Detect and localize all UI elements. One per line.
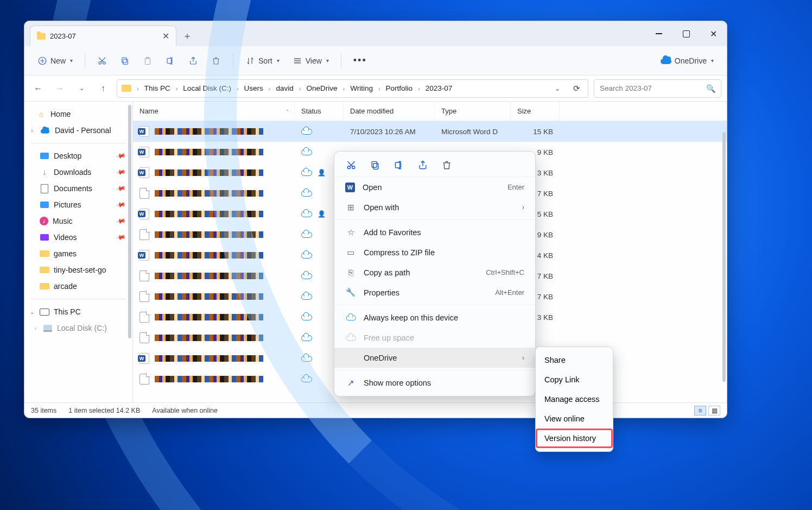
- tab-close-icon[interactable]: ✕: [162, 31, 169, 41]
- menu-add-favorites[interactable]: ☆Add to Favorites: [334, 222, 535, 242]
- copy-button[interactable]: [115, 51, 135, 71]
- chevron-right-icon: ›: [522, 204, 524, 211]
- redacted-filename: [155, 211, 263, 217]
- thumbnails-view-button[interactable]: ▦: [708, 406, 720, 415]
- menu-onedrive[interactable]: OneDrive›: [334, 348, 535, 368]
- table-row[interactable]: 7/10/2023 10:26 AM Microsoft Word D 15 K…: [133, 121, 727, 142]
- sidebar-item-pictures[interactable]: Pictures📌: [24, 197, 132, 213]
- sidebar-this-pc[interactable]: ⌄This PC: [24, 304, 132, 320]
- submenu-view-online[interactable]: View online: [536, 409, 613, 429]
- close-button[interactable]: ✕: [700, 21, 727, 46]
- crumb[interactable]: Local Disk (C:): [181, 82, 233, 95]
- menu-keep-on-device[interactable]: Always keep on this device: [334, 307, 535, 328]
- sidebar-onedrive-personal[interactable]: ›David - Personal: [24, 122, 132, 138]
- minimize-button[interactable]: [645, 21, 673, 46]
- svg-rect-4: [122, 58, 126, 63]
- sidebar-item-folder[interactable]: arcade: [24, 278, 132, 294]
- more-button[interactable]: •••: [348, 51, 372, 71]
- view-icon: [293, 56, 302, 66]
- cloud-keep-icon: [345, 314, 356, 321]
- col-date[interactable]: Date modified: [344, 102, 435, 121]
- context-menu: WOpenEnter ⊞Open with› ☆Add to Favorites…: [334, 151, 536, 396]
- crumb[interactable]: david: [274, 82, 295, 95]
- sidebar-item-disk[interactable]: ›Local Disk (C:): [24, 320, 132, 336]
- cut-button[interactable]: [92, 51, 112, 71]
- col-name[interactable]: Name˄: [133, 102, 295, 121]
- recent-dropdown[interactable]: ⌄: [73, 80, 90, 97]
- cloud-icon: [41, 128, 49, 133]
- scissors-icon: [97, 56, 107, 66]
- rename-button[interactable]: [160, 51, 181, 71]
- col-status[interactable]: Status: [295, 102, 344, 121]
- onedrive-button[interactable]: OneDrive▾: [655, 51, 719, 71]
- menu-copy-path[interactable]: ⎘Copy as pathCtrl+Shift+C: [334, 262, 535, 282]
- refresh-button[interactable]: ⟳: [573, 84, 580, 93]
- chevron-right-icon[interactable]: ›: [32, 325, 39, 331]
- chevron-right-icon[interactable]: ›: [29, 128, 35, 134]
- menu-open-with[interactable]: ⊞Open with›: [334, 197, 535, 217]
- sidebar-item-folder[interactable]: games: [24, 245, 132, 262]
- details-view-button[interactable]: ≡: [694, 406, 706, 415]
- wrench-icon: 🔧: [345, 288, 356, 297]
- view-button[interactable]: View▾: [287, 51, 334, 71]
- new-tab-button[interactable]: ＋: [176, 26, 198, 46]
- up-button[interactable]: ↑: [95, 80, 111, 97]
- search-input[interactable]: Search 2023-07 🔍: [594, 79, 721, 98]
- crumb[interactable]: Portfolio: [384, 82, 415, 95]
- submenu-share[interactable]: Share: [536, 350, 613, 370]
- share-button[interactable]: [183, 51, 204, 71]
- menu-open[interactable]: WOpenEnter: [334, 177, 535, 197]
- col-size[interactable]: Size: [511, 102, 560, 121]
- col-type[interactable]: Type: [435, 102, 511, 121]
- pc-icon: [40, 307, 49, 316]
- redacted-filename: [155, 169, 263, 176]
- zip-icon: ▭: [345, 248, 356, 257]
- cut-icon[interactable]: [345, 159, 357, 171]
- selection-info: 1 item selected 14.2 KB: [68, 407, 140, 414]
- sidebar-item-desktop[interactable]: Desktop📌: [24, 148, 132, 164]
- copy-icon[interactable]: [369, 159, 381, 171]
- maximize-button[interactable]: [673, 21, 700, 46]
- word-file-icon: [139, 209, 149, 219]
- search-placeholder: Search 2023-07: [600, 84, 652, 92]
- submenu-copy-link[interactable]: Copy Link: [536, 370, 613, 389]
- chevron-down-icon[interactable]: ⌄: [29, 309, 35, 315]
- new-button[interactable]: New▾: [32, 51, 78, 71]
- back-button[interactable]: ←: [30, 80, 46, 97]
- forward-button[interactable]: →: [52, 80, 68, 97]
- menu-compress-zip[interactable]: ▭Compress to ZIP file: [334, 242, 535, 262]
- item-count: 35 items: [31, 407, 56, 414]
- clipboard-icon: [143, 56, 153, 66]
- crumb[interactable]: Users: [242, 82, 265, 95]
- delete-button[interactable]: [206, 51, 226, 71]
- sort-button[interactable]: Sort▾: [240, 51, 285, 71]
- share-icon[interactable]: [417, 159, 429, 171]
- plus-circle-icon: [37, 56, 47, 66]
- submenu-manage-access[interactable]: Manage access: [536, 389, 613, 409]
- breadcrumb[interactable]: › This PC› Local Disk (C:)› Users› david…: [117, 79, 588, 98]
- redacted-filename: [155, 273, 263, 279]
- sidebar-item-music[interactable]: ♪Music📌: [24, 213, 132, 229]
- crumb[interactable]: This PC: [142, 82, 173, 95]
- sidebar-item-videos[interactable]: Videos📌: [24, 229, 132, 245]
- rename-icon[interactable]: [393, 159, 405, 171]
- word-file-icon: [139, 250, 149, 261]
- crumb[interactable]: Writing: [348, 82, 375, 95]
- menu-show-more[interactable]: ↗Show more options: [334, 373, 535, 393]
- delete-icon[interactable]: [441, 159, 453, 171]
- redacted-filename: [155, 293, 263, 300]
- folder-icon: [122, 85, 131, 92]
- word-file-icon: [139, 126, 149, 137]
- sidebar-item-documents[interactable]: Documents📌: [24, 180, 132, 197]
- sidebar-item-folder[interactable]: tiny-best-set-go: [24, 262, 132, 278]
- context-quick-actions: [334, 155, 535, 177]
- crumb[interactable]: 2023-07: [423, 82, 455, 95]
- address-dropdown[interactable]: ⌄: [555, 85, 560, 92]
- tab-active[interactable]: 2023-07 ✕: [30, 26, 176, 46]
- crumb[interactable]: OneDrive: [304, 82, 339, 95]
- sidebar-home[interactable]: ⌂Home: [24, 106, 132, 122]
- paste-button[interactable]: [137, 51, 158, 71]
- menu-properties[interactable]: 🔧PropertiesAlt+Enter: [334, 282, 535, 303]
- submenu-version-history[interactable]: Version history: [536, 429, 613, 448]
- sidebar-item-downloads[interactable]: ↓Downloads📌: [24, 164, 132, 180]
